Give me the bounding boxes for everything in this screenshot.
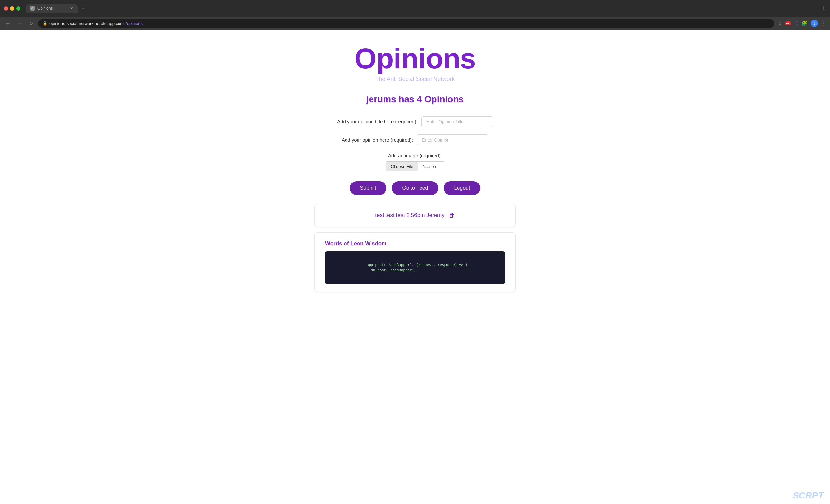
opinion-label: Add your opinion here (required): — [342, 137, 413, 143]
browser-actions: ☆ uₒ ☽ 🧩 J ⋮ — [778, 20, 826, 27]
image-label: Add an image (required): — [388, 153, 442, 158]
lock-icon: 🔒 — [42, 21, 47, 26]
logout-button[interactable]: Logout — [444, 181, 480, 195]
traffic-lights — [4, 6, 21, 11]
extensions-icon[interactable]: 🧩 — [801, 21, 807, 26]
tab-bar: ⚙ Opinions ✕ + — [26, 4, 819, 13]
address-bar[interactable]: 🔒 opinions-social-network.herokuapp.com … — [38, 20, 774, 28]
opinion-title-link[interactable]: Words of Leon Wisdom — [325, 240, 386, 247]
browser-chrome: ⚙ Opinions ✕ + ⬇ — [0, 0, 830, 17]
card-content-row: test test test 2:56pm Jeremy 🗑 — [325, 212, 505, 219]
page-content: Opinions The Anti Social Social Network … — [0, 30, 830, 504]
action-buttons: Submit Go to Feed Logout — [350, 181, 481, 195]
title-row: Add your opinion title here (required): — [314, 116, 516, 127]
tab-title: Opinions — [37, 6, 53, 11]
delete-opinion-icon[interactable]: 🗑 — [449, 212, 455, 219]
file-input-row: Choose File N...sen — [386, 161, 444, 171]
ublock-icon[interactable]: uₒ — [785, 22, 791, 25]
opinion-image: app.post('/addRapper', (request, respons… — [325, 251, 505, 284]
opinion-card: Words of Leon Wisdom app.post('/addRappe… — [314, 232, 516, 292]
choose-file-button[interactable]: Choose File — [386, 161, 418, 171]
reload-button[interactable]: ↻ — [27, 20, 35, 27]
download-icon: ⬇ — [822, 5, 826, 11]
title-label: Add your opinion title here (required): — [337, 119, 418, 124]
bookmark-icon[interactable]: ☆ — [778, 21, 782, 26]
opinion-row: Add your opinion here (required): — [314, 134, 516, 146]
forward-button[interactable]: → — [15, 20, 24, 27]
opinion-card: test test test 2:56pm Jeremy 🗑 — [314, 204, 516, 227]
opinion-form: Add your opinion title here (required): … — [314, 116, 516, 195]
url-path: /opinions — [126, 21, 142, 26]
minimize-button[interactable] — [10, 6, 14, 11]
opinions-list: test test test 2:56pm Jeremy 🗑 Words of … — [314, 204, 516, 292]
submit-button[interactable]: Submit — [350, 181, 387, 195]
close-button[interactable] — [4, 6, 8, 11]
url-base: opinions-social-network.herokuapp.com — [50, 21, 124, 26]
opinion-text-input[interactable] — [417, 134, 488, 146]
active-tab[interactable]: ⚙ Opinions ✕ — [26, 4, 77, 13]
opinions-count: jerums has 4 Opinions — [366, 94, 464, 104]
dark-mode-icon[interactable]: ☽ — [794, 21, 798, 26]
profile-avatar[interactable]: J — [811, 20, 818, 27]
card-text: test test test 2:56pm Jeremy — [375, 212, 445, 219]
site-title: Opinions — [354, 43, 475, 74]
file-name-display: N...sen — [418, 161, 444, 171]
back-button[interactable]: ← — [4, 20, 12, 27]
new-tab-button[interactable]: + — [79, 4, 88, 13]
image-section: Add an image (required): Choose File N..… — [386, 153, 444, 171]
go-to-feed-button[interactable]: Go to Feed — [392, 181, 438, 195]
tab-close-icon[interactable]: ✕ — [70, 6, 73, 11]
maximize-button[interactable] — [16, 6, 21, 11]
menu-icon[interactable]: ⋮ — [821, 21, 826, 26]
code-preview-text: app.post('/addRapper', (request, respons… — [359, 259, 471, 276]
site-subtitle: The Anti Social Social Network — [375, 76, 455, 83]
tab-favicon: ⚙ — [30, 6, 35, 11]
opinion-title-input[interactable] — [421, 116, 493, 127]
address-bar-row: ← → ↻ 🔒 opinions-social-network.herokuap… — [0, 17, 830, 30]
